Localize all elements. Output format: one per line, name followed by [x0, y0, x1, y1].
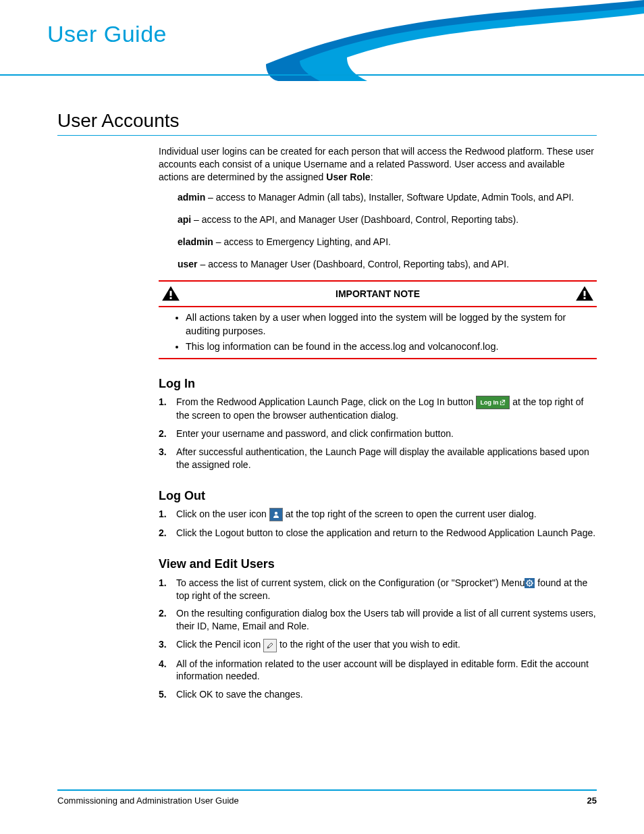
svg-rect-0	[170, 291, 172, 296]
logout-section: Log Out Click on the user icon at the to…	[159, 488, 597, 540]
viewedit-steps: To access the list of current system, cl…	[159, 577, 597, 702]
note-list: All actions taken by a user when logged …	[159, 311, 597, 354]
logout-steps: Click on the user icon at the top right …	[159, 508, 597, 540]
logout-step: Click on the user icon at the top right …	[159, 508, 597, 521]
header-swoosh-graphic	[266, 0, 644, 81]
viewedit-step: To access the list of current system, cl…	[159, 577, 597, 602]
viewedit-heading: View and Edit Users	[159, 556, 597, 572]
login-step: From the Redwood Application Launch Page…	[159, 396, 597, 422]
role-admin: admin – access to Manager Admin (all tab…	[178, 191, 597, 204]
warning-icon	[575, 286, 594, 302]
svg-point-4	[275, 512, 277, 515]
footer-title: Commissioning and Administration User Gu…	[57, 795, 239, 807]
viewedit-section: View and Edit Users To access the list o…	[159, 556, 597, 701]
viewedit-step: On the resulting configuration dialog bo…	[159, 607, 597, 633]
login-heading: Log In	[159, 375, 597, 392]
login-arrow-icon	[500, 400, 506, 406]
login-step: After successful authentication, the Lau…	[159, 446, 597, 471]
svg-point-6	[529, 583, 531, 584]
important-note-box: IMPORTANT NOTE All actions taken by a us…	[159, 280, 597, 359]
role-list: admin – access to Manager Admin (all tab…	[178, 191, 597, 271]
role-user: user – access to Manager User (Dashboard…	[178, 258, 597, 271]
header-title: User Guide	[47, 19, 167, 50]
svg-line-11	[527, 581, 528, 581]
header-rule	[0, 74, 644, 76]
viewedit-step: Click OK to save the changes.	[159, 688, 597, 701]
logout-step: Click the Logout button to close the app…	[159, 527, 597, 540]
login-step: Enter your username and password, and cl…	[159, 427, 597, 440]
login-steps: From the Redwood Application Launch Page…	[159, 396, 597, 471]
svg-rect-3	[584, 297, 586, 299]
svg-line-14	[532, 581, 533, 581]
pencil-icon	[263, 639, 277, 652]
page-body: User Accounts Individual user logins can…	[57, 108, 597, 701]
section-intro: Individual user logins can be created fo…	[159, 145, 597, 359]
section-heading: User Accounts	[57, 108, 597, 136]
viewedit-step: All of the information related to the us…	[159, 658, 597, 683]
login-section: Log In From the Redwood Application Laun…	[159, 375, 597, 471]
svg-rect-2	[584, 291, 586, 296]
sprocket-icon	[525, 578, 535, 588]
note-title: IMPORTANT NOTE	[336, 288, 420, 301]
viewedit-step: Click the Pencil icon to the right of th…	[159, 638, 597, 652]
svg-line-12	[532, 585, 533, 586]
login-button-graphic: Log In	[476, 396, 510, 409]
page-footer: Commissioning and Administration User Gu…	[0, 785, 644, 807]
note-item: All actions taken by a user when logged …	[186, 311, 597, 338]
warning-icon	[161, 286, 180, 302]
page-header: User Guide	[0, 0, 644, 81]
intro-paragraph: Individual user logins can be created fo…	[159, 145, 597, 184]
role-eladmin: eladmin – access to Emergency Lighting, …	[178, 236, 597, 249]
logout-heading: Log Out	[159, 488, 597, 504]
role-api: api – access to the API, and Manager Use…	[178, 213, 597, 226]
svg-rect-1	[170, 297, 172, 299]
note-item: This log information can be found in the…	[186, 340, 597, 354]
page-number: 25	[587, 795, 597, 807]
svg-line-13	[527, 585, 528, 586]
user-icon	[269, 508, 283, 521]
